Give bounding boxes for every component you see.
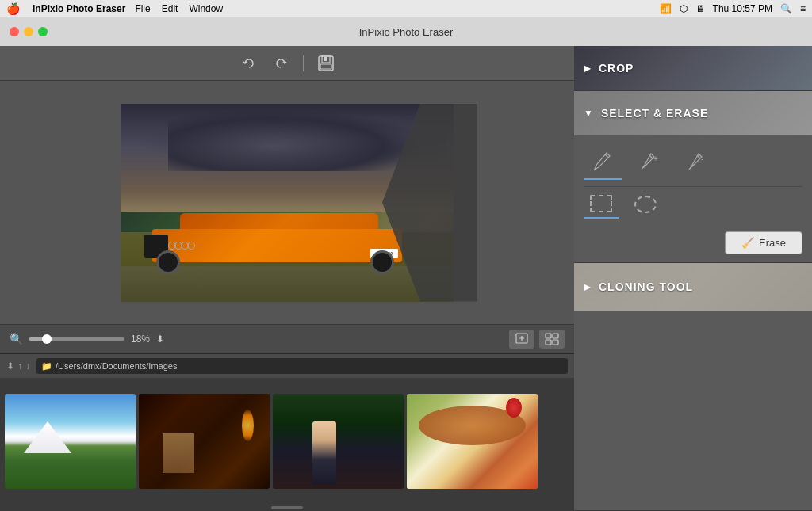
svg-rect-5 xyxy=(546,334,551,338)
redo-button[interactable] xyxy=(268,52,293,74)
file-path: /Users/dmx/Documents/Images xyxy=(56,361,177,371)
apple-menu[interactable]: 🍎 xyxy=(6,2,20,15)
brush-tools-row: + - xyxy=(584,145,802,180)
thumbnail-mountain[interactable] xyxy=(5,394,136,489)
lasso-icon xyxy=(634,196,657,213)
cloning-header[interactable]: ▶ CLONING TOOL xyxy=(574,263,812,311)
search-icon[interactable]: 🔍 xyxy=(780,3,792,14)
menu-items: File Edit Window xyxy=(135,3,223,14)
select-erase-header[interactable]: ▼ SELECT & ERASE xyxy=(574,91,812,135)
main-layout: MAS 600 🔍 18% ⬍ xyxy=(0,46,812,511)
select-erase-section: ▼ SELECT & ERASE xyxy=(574,91,812,263)
path-bar: 📁 /Users/dmx/Documents/Images xyxy=(36,358,568,374)
menu-bar-right: 📶 ⬡ 🖥 Thu 10:57 PM 🔍 ≡ xyxy=(660,3,806,14)
toolbar-separator xyxy=(303,55,304,71)
crop-header[interactable]: ▶ CROP xyxy=(574,46,812,90)
svg-text:-: - xyxy=(701,154,703,163)
app-name: InPixio Photo Eraser xyxy=(33,3,125,14)
cloning-arrow: ▶ xyxy=(584,281,591,292)
select-erase-title: SELECT & ERASE xyxy=(601,107,708,120)
close-button[interactable] xyxy=(10,27,19,36)
thumbnail-girl[interactable] xyxy=(273,394,404,489)
selection-tools-row xyxy=(584,186,802,219)
brush-tool-button[interactable] xyxy=(584,145,622,180)
traffic-lights xyxy=(10,27,48,36)
undo-button[interactable] xyxy=(236,52,262,74)
rect-select-icon xyxy=(590,195,612,212)
svg-rect-3 xyxy=(324,57,327,61)
erase-button-area: 🧹 Erase xyxy=(574,228,812,262)
menu-edit[interactable]: Edit xyxy=(162,3,178,14)
zoom-out-icon: 🔍 xyxy=(10,333,23,345)
toolbar xyxy=(0,46,574,81)
canvas-area: MAS 600 xyxy=(0,81,574,324)
cloning-section: ▶ CLONING TOOL xyxy=(574,263,812,511)
thumbnail-interior[interactable] xyxy=(139,394,270,489)
sort-asc-icon[interactable]: ↑ xyxy=(17,360,22,372)
fit-button[interactable] xyxy=(509,330,534,349)
brush-remove-tool-button[interactable]: - xyxy=(679,145,717,180)
sort-desc-icon[interactable]: ↓ xyxy=(25,360,30,372)
svg-rect-8 xyxy=(553,340,558,345)
expand-button[interactable] xyxy=(539,330,565,349)
menu-window[interactable]: Window xyxy=(189,3,223,14)
left-panel: MAS 600 🔍 18% ⬍ xyxy=(0,46,574,511)
zoom-stepper[interactable]: ⬍ xyxy=(156,334,164,345)
erase-icon: 🧹 xyxy=(741,237,754,249)
zoom-bar: 🔍 18% ⬍ xyxy=(0,324,574,353)
clock: Thu 10:57 PM xyxy=(713,3,772,14)
display-icon: 🖥 xyxy=(695,3,705,14)
crop-section: ▶ CROP xyxy=(574,46,812,91)
save-button[interactable] xyxy=(313,52,339,74)
title-bar: InPixio Photo Eraser xyxy=(0,17,812,46)
folder-icon: 📁 xyxy=(41,361,52,372)
zoom-actions xyxy=(509,330,565,349)
zoom-value: 18% xyxy=(131,334,150,345)
tools-area: + - xyxy=(574,135,812,228)
select-erase-arrow: ▼ xyxy=(584,108,593,119)
sort-icon1: ⬍ xyxy=(6,360,14,372)
zoom-slider[interactable] xyxy=(29,337,124,341)
brush-add-tool-button[interactable]: + xyxy=(631,145,669,180)
lasso-select-button[interactable] xyxy=(628,190,663,219)
right-panel: ▶ CROP ▼ SELECT & ERASE xyxy=(574,46,812,511)
svg-rect-7 xyxy=(546,340,551,345)
maximize-button[interactable] xyxy=(38,27,48,36)
scroll-indicator xyxy=(0,505,574,511)
crop-title: CROP xyxy=(599,62,634,74)
rect-select-button[interactable] xyxy=(584,190,619,219)
file-browser-toolbar: ⬍ ↑ ↓ 📁 /Users/dmx/Documents/Images xyxy=(0,354,574,378)
thumbnails-container[interactable] xyxy=(0,378,574,505)
window-title: InPixio Photo Eraser xyxy=(359,26,454,38)
menu-bar: 🍎 InPixio Photo Eraser File Edit Window … xyxy=(0,0,812,17)
file-browser: ⬍ ↑ ↓ 📁 /Users/dmx/Documents/Images xyxy=(0,353,574,511)
wifi-icon: 📶 xyxy=(660,3,672,14)
scroll-thumb[interactable] xyxy=(271,506,303,509)
crop-arrow: ▶ xyxy=(584,63,591,74)
cloning-title: CLONING TOOL xyxy=(599,280,693,293)
minimize-button[interactable] xyxy=(24,27,33,36)
photo-container: MAS 600 xyxy=(121,104,454,302)
svg-text:+: + xyxy=(653,154,658,163)
bluetooth-icon: ⬡ xyxy=(680,3,688,14)
sort-icons: ⬍ ↑ ↓ xyxy=(6,360,30,372)
erase-label: Erase xyxy=(759,237,786,249)
erase-button[interactable]: 🧹 Erase xyxy=(725,231,802,254)
svg-rect-6 xyxy=(553,334,558,338)
control-center-icon[interactable]: ≡ xyxy=(800,3,806,14)
svg-rect-2 xyxy=(320,64,331,69)
menu-file[interactable]: File xyxy=(135,3,150,14)
thumbnail-food[interactable] xyxy=(407,394,538,489)
